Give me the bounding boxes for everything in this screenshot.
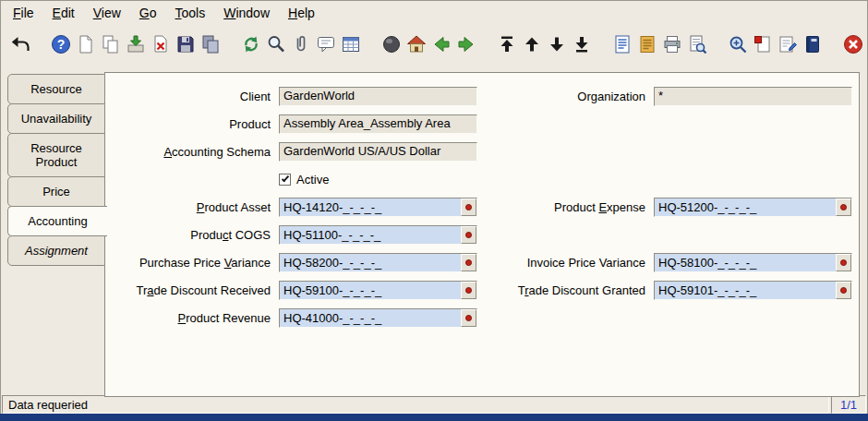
chat-icon (315, 33, 337, 55)
undo-icon (9, 33, 31, 55)
find-icon (265, 33, 287, 55)
workflow-button[interactable] (775, 32, 800, 57)
zoom-across-button[interactable] (725, 32, 750, 57)
print-preview-icon (686, 33, 708, 55)
product-field[interactable]: Assembly Area_Assembly Area (279, 114, 477, 134)
trade-discount-received-label: Trade Discount Received (105, 283, 275, 297)
menu-file[interactable]: File (4, 3, 43, 23)
copy-button[interactable] (98, 32, 123, 57)
product-revenue-label: Product Revenue (105, 311, 275, 325)
workflow-icon (777, 33, 799, 55)
account-button[interactable] (461, 226, 476, 244)
home-icon (405, 33, 428, 55)
next-record-button[interactable] (453, 32, 478, 57)
trade-discount-granted-value: HQ-59101-_-_-_-_ (655, 282, 836, 299)
product-label: Product (105, 117, 275, 131)
product-cogs-field[interactable]: HQ-51100-_-_-_-_ (279, 225, 477, 245)
tab-assignment[interactable]: Assignment (7, 235, 105, 266)
account-button[interactable] (461, 198, 476, 216)
last-record-button[interactable] (569, 32, 594, 57)
help-icon: ? (50, 33, 72, 55)
help-button[interactable]: ? (48, 32, 73, 57)
exit-icon (842, 33, 864, 55)
grid-toggle-button[interactable] (338, 32, 363, 57)
purchase-price-variance-value: HQ-58200-_-_-_-_ (280, 254, 461, 271)
account-button[interactable] (836, 282, 851, 299)
toolbar: ? (0, 25, 868, 64)
toolbar-group (840, 32, 865, 57)
menu-view[interactable]: View (84, 3, 130, 23)
active-row: Active (279, 173, 477, 186)
attachment-button[interactable] (288, 32, 313, 57)
invoice-price-variance-field[interactable]: HQ-58100-_-_-_-_ (654, 253, 852, 272)
first-record-button[interactable] (494, 32, 519, 57)
purchase-price-variance-field[interactable]: HQ-58200-_-_-_-_ (279, 253, 477, 272)
undo-button[interactable] (7, 32, 32, 57)
parent-record-button[interactable] (519, 32, 544, 57)
print-icon (661, 33, 683, 55)
product-revenue-field[interactable]: HQ-41000-_-_-_-_ (279, 308, 477, 328)
history-button[interactable] (379, 32, 404, 57)
bottom-strip (0, 414, 868, 421)
account-dot-icon (465, 204, 472, 210)
request-button[interactable] (750, 32, 775, 57)
organization-field[interactable]: * (654, 87, 852, 106)
client-field[interactable]: GardenWorld (279, 87, 477, 106)
tab-accounting[interactable]: Accounting (7, 206, 107, 236)
product-asset-label: Product Asset (105, 200, 275, 214)
record-position: 1/1 (831, 395, 866, 414)
product-info-button[interactable] (800, 32, 825, 57)
invoice-price-variance-label: Invoice Price Variance (481, 256, 650, 270)
tab-price[interactable]: Price (7, 176, 105, 207)
save-as-button[interactable] (123, 32, 148, 57)
detail-record-button[interactable] (544, 32, 569, 57)
account-button[interactable] (461, 282, 476, 299)
new-record-button[interactable] (73, 32, 98, 57)
organization-label: Organization (481, 90, 650, 103)
account-button[interactable] (836, 198, 851, 216)
parent-record-icon (521, 33, 543, 55)
exit-button[interactable] (840, 32, 865, 57)
product-expense-label: Product Expense (481, 200, 650, 214)
menu-help[interactable]: Help (279, 3, 324, 23)
accounting-form: Client GardenWorld Organization * Produc… (105, 73, 859, 331)
accounting-schema-label: Accounting Schema (105, 145, 275, 159)
menubar: File Edit View Go Tools Window Help (0, 0, 868, 25)
print-preview-button[interactable] (684, 32, 709, 57)
refresh-button[interactable] (238, 32, 263, 57)
save-button[interactable] (173, 32, 198, 57)
report-icon (611, 33, 633, 55)
menu-tools[interactable]: Tools (166, 3, 215, 23)
account-dot-icon (465, 232, 472, 238)
toolbar-group (238, 32, 363, 57)
active-checkbox[interactable] (279, 174, 291, 186)
trade-discount-granted-field[interactable]: HQ-59101-_-_-_-_ (654, 281, 852, 300)
account-button[interactable] (461, 254, 476, 271)
menu-edit[interactable]: Edit (43, 3, 84, 23)
account-button[interactable] (836, 254, 851, 271)
trade-discount-received-field[interactable]: HQ-59100-_-_-_-_ (279, 281, 477, 300)
chat-button[interactable] (313, 32, 338, 57)
previous-record-button[interactable] (428, 32, 453, 57)
account-dot-icon (465, 315, 472, 321)
account-button[interactable] (461, 309, 476, 327)
find-button[interactable] (263, 32, 288, 57)
tab-unavailability[interactable]: Unavailability (7, 103, 105, 134)
menu-window[interactable]: Window (214, 3, 279, 23)
accounting-schema-field[interactable]: GardenWorld US/A/US Dollar (279, 142, 477, 162)
home-button[interactable] (404, 32, 428, 57)
copy-icon (100, 33, 122, 55)
report-button[interactable] (609, 32, 634, 57)
copy-record-button[interactable] (198, 32, 223, 57)
menu-go[interactable]: Go (130, 3, 166, 23)
archive-button[interactable] (634, 32, 659, 57)
delete-button[interactable] (148, 32, 173, 57)
tab-resource-product[interactable]: Resource Product (7, 133, 105, 177)
status-message: Data requeried (2, 395, 829, 414)
product-revenue-value: HQ-41000-_-_-_-_ (280, 309, 461, 327)
tab-resource[interactable]: Resource (7, 74, 105, 104)
product-asset-field[interactable]: HQ-14120-_-_-_-_ (279, 198, 477, 217)
product-expense-field[interactable]: HQ-51200-_-_-_-_ (654, 198, 852, 217)
print-button[interactable] (659, 32, 684, 57)
archive-icon (636, 33, 658, 55)
